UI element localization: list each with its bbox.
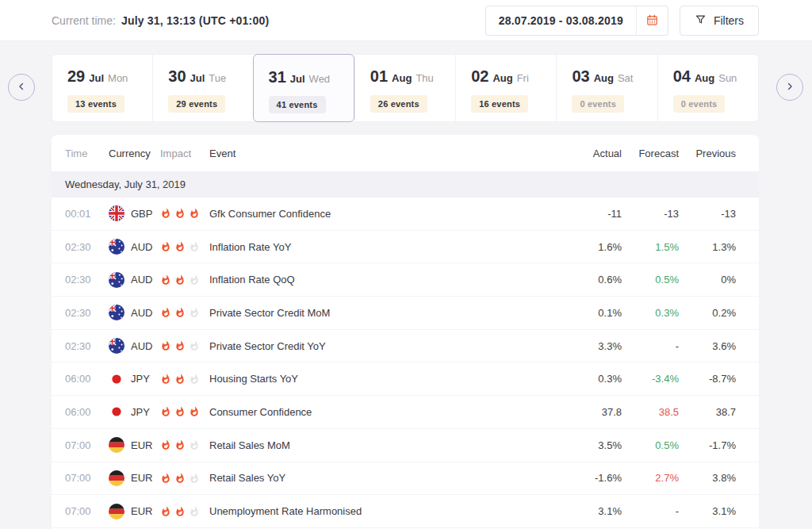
previous-value: 3.1% — [679, 505, 736, 517]
day-card-30-jul[interactable]: 30 Jul Tue 29 events — [152, 55, 253, 121]
event-row[interactable]: 02:30 AUD Private Sector Credit MoM 0.1%… — [52, 297, 759, 330]
impact-rating — [160, 208, 209, 219]
event-time: 00:01 — [65, 208, 109, 220]
calendar-icon[interactable] — [636, 6, 668, 35]
au-flag-icon — [109, 239, 124, 255]
day-card-31-jul[interactable]: 31 Jul Wed 41 events — [253, 54, 354, 122]
day-card-01-aug[interactable]: 01 Aug Thu 26 events — [354, 55, 455, 121]
day-events-badge: 0 events — [673, 95, 726, 113]
actual-value: 37.8 — [565, 406, 622, 418]
event-name: Consumer Confidence — [209, 406, 565, 418]
previous-value: -1.7% — [679, 439, 736, 451]
impact-rating — [160, 340, 209, 351]
forecast-value: 0.5% — [622, 439, 679, 451]
flame-icon — [160, 374, 171, 385]
forecast-value: 1.5% — [622, 241, 679, 253]
event-row[interactable]: 06:00 JPY Housing Starts YoY 0.3% -3.4% … — [52, 362, 759, 396]
day-events-badge: 13 events — [67, 95, 124, 113]
event-row[interactable]: 06:00 JPY Consumer Confidence 37.8 38.5 … — [52, 396, 759, 429]
impact-rating — [160, 473, 209, 484]
flame-icon — [189, 340, 200, 351]
event-row[interactable]: 07:00 EUR Retail Sales YoY -1.6% 2.7% 3.… — [52, 462, 759, 496]
flame-icon — [189, 506, 200, 517]
forecast-value: 38.5 — [622, 406, 679, 418]
topbar-controls: 28.07.2019 - 03.08.2019 Filters — [485, 6, 759, 36]
flame-icon — [160, 406, 171, 417]
events-table: Time Currency Impact Event Actual Foreca… — [52, 135, 759, 529]
impact-rating — [160, 274, 209, 286]
day-weekday: Fri — [517, 72, 529, 84]
day-carousel: 29 Jul Mon 13 events 30 Jul Tue 29 event… — [0, 41, 812, 135]
event-time: 07:00 — [65, 505, 109, 517]
impact-rating — [160, 439, 209, 450]
event-name: Retail Sales MoM — [209, 439, 565, 451]
actual-value: 0.6% — [565, 274, 622, 286]
day-month: Jul — [89, 72, 104, 84]
flame-icon — [174, 208, 186, 219]
actual-value: 1.6% — [565, 241, 622, 253]
impact-rating — [160, 241, 209, 252]
event-row[interactable]: 00:01 GBP Gfk Consumer Confidence -11 -1… — [52, 197, 759, 231]
filters-button[interactable]: Filters — [680, 6, 759, 36]
currency-code: GBP — [131, 208, 152, 220]
currency-code: AUD — [131, 241, 152, 253]
flame-icon — [174, 473, 186, 484]
day-card-29-jul[interactable]: 29 Jul Mon 13 events — [52, 55, 152, 121]
previous-value: 0% — [679, 274, 736, 286]
previous-value: 3.8% — [679, 472, 736, 484]
event-row[interactable]: 02:30 AUD Inflation Rate QoQ 0.6% 0.5% 0… — [52, 263, 759, 297]
currency-code: AUD — [131, 307, 152, 319]
day-events-badge: 16 events — [471, 95, 528, 113]
au-flag-icon — [109, 305, 124, 320]
day-weekday: Wed — [309, 73, 331, 85]
day-number: 29 — [67, 67, 85, 86]
event-time: 07:00 — [65, 472, 109, 484]
currency-code: EUR — [131, 439, 152, 451]
currency-code: EUR — [131, 472, 152, 484]
day-weekday: Mon — [108, 72, 128, 84]
day-month: Aug — [392, 72, 412, 84]
flame-icon — [160, 307, 171, 318]
event-row[interactable]: 02:30 AUD Private Sector Credit YoY 3.3%… — [52, 330, 759, 363]
event-name: Private Sector Credit YoY — [209, 340, 565, 352]
date-range-value: 28.07.2019 - 03.08.2019 — [486, 14, 636, 27]
filters-button-label: Filters — [714, 14, 744, 27]
day-card-02-aug[interactable]: 02 Aug Fri 16 events — [455, 55, 556, 121]
header-event: Event — [209, 148, 565, 159]
forecast-value: -13 — [622, 208, 679, 220]
flame-icon — [189, 307, 200, 318]
flame-icon — [174, 439, 186, 450]
event-row[interactable]: 07:00 EUR Retail Sales MoM 3.5% 0.5% -1.… — [52, 429, 759, 462]
event-name: Private Sector Credit MoM — [209, 307, 565, 319]
filter-icon — [695, 13, 707, 28]
flame-icon — [189, 439, 200, 450]
carousel-prev-button[interactable] — [8, 74, 35, 101]
event-row[interactable]: 02:30 AUD Inflation Rate YoY 1.6% 1.5% 1… — [52, 231, 759, 264]
flame-icon — [189, 374, 200, 385]
event-time: 02:30 — [65, 340, 109, 352]
day-number: 01 — [370, 67, 388, 86]
au-flag-icon — [109, 272, 124, 288]
date-range-picker[interactable]: 28.07.2019 - 03.08.2019 — [485, 6, 668, 36]
event-time: 02:30 — [65, 241, 109, 253]
day-month: Aug — [695, 72, 714, 84]
actual-value: 3.1% — [565, 505, 622, 517]
currency-code: EUR — [131, 505, 152, 517]
event-name: Inflation Rate YoY — [209, 241, 565, 253]
event-time: 06:00 — [65, 406, 109, 418]
day-card-03-aug[interactable]: 03 Aug Sat 0 events — [556, 55, 657, 121]
event-row[interactable]: 07:00 EUR Unemployment Rate Harmonised 3… — [52, 495, 759, 528]
current-time: Current time: July 31, 13:13 (UTC +01:00… — [52, 14, 269, 27]
day-month: Aug — [594, 72, 614, 84]
carousel-next-button[interactable] — [776, 74, 803, 101]
header-actual: Actual — [565, 148, 622, 159]
flame-icon — [174, 506, 186, 517]
flame-icon — [160, 506, 171, 517]
header-previous: Previous — [679, 148, 736, 159]
day-card-04-aug[interactable]: 04 Aug Sun 0 events — [657, 55, 758, 121]
table-header: Time Currency Impact Event Actual Foreca… — [52, 135, 759, 171]
day-number: 30 — [168, 67, 186, 86]
flame-icon — [189, 208, 200, 219]
day-weekday: Sat — [618, 72, 634, 84]
currency-code: JPY — [131, 373, 150, 385]
